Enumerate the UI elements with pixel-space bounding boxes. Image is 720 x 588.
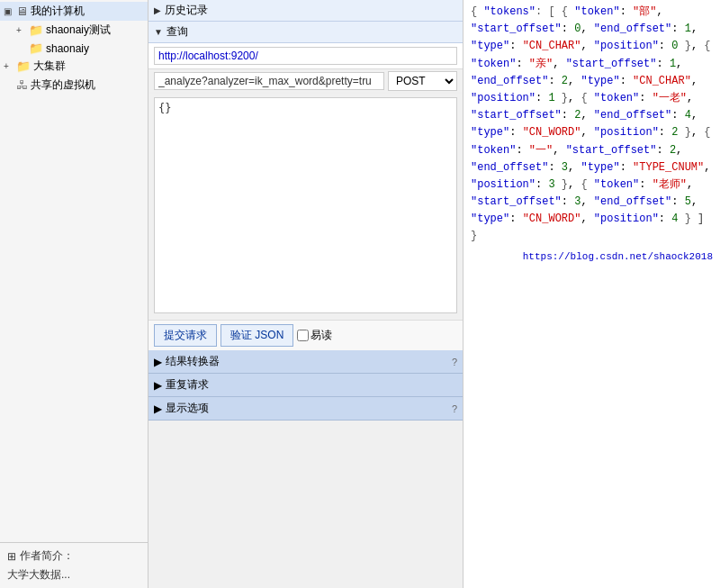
query-path-input[interactable] [154, 72, 384, 90]
url-input[interactable] [154, 47, 457, 65]
collapsible-display-options[interactable]: ▶ 显示选项 ? [148, 397, 463, 421]
sidebar-label-my-computer: 我的计算机 [31, 4, 85, 19]
expand-plus-icon: + [16, 25, 29, 35]
sidebar-bottom-label-author: 作者简介： [20, 548, 74, 564]
sidebar-bottom-item-author[interactable]: ⊞ 作者简介： [4, 547, 144, 565]
validate-button[interactable]: 验证 JSON [220, 324, 293, 347]
sidebar-item-cluster[interactable]: + 📁 大集群 [0, 57, 148, 76]
expand-plus-icon2: + [4, 61, 16, 71]
results-converter-label: 结果转换器 [166, 354, 220, 369]
easy-read-text: 易读 [310, 328, 332, 343]
display-question-icon: ? [452, 403, 457, 414]
history-section-header[interactable]: ▶ 历史记录 [148, 0, 463, 22]
query-row: POST GET PUT DELETE HEAD [148, 69, 463, 94]
easy-read-checkbox[interactable] [297, 330, 309, 341]
collapsible-results-converter[interactable]: ▶ 结果转换器 ? [148, 350, 463, 374]
sidebar-label-shaonaiy: shaonaiy [46, 42, 89, 55]
history-triangle-icon: ▶ [154, 5, 161, 15]
sidebar-item-my-computer[interactable]: ▣ 🖥 我的计算机 [0, 2, 148, 21]
expand-icon: ▣ [4, 6, 16, 16]
query-label: 查询 [166, 24, 188, 40]
folder-yellow-icon2: 📁 [29, 41, 43, 55]
results-question-icon: ? [452, 357, 457, 367]
repeat-request-label: 重复请求 [166, 377, 209, 393]
results-triangle-icon: ▶ [154, 356, 162, 368]
sidebar-item-shared-vm[interactable]: 🖧 共享的虚拟机 [0, 76, 148, 95]
left-panel: ▶ 历史记录 ▼ 查询 POST GET PUT DELETE H [148, 0, 464, 588]
action-bar: 提交请求 验证 JSON 易读 [148, 320, 463, 350]
computer-icon: 🖥 [16, 5, 28, 18]
folder-yellow-icon: 📁 [29, 23, 43, 37]
query-triangle-icon: ▼ [154, 27, 163, 37]
body-area: {} [148, 94, 463, 320]
main-content: ▶ 历史记录 ▼ 查询 POST GET PUT DELETE H [148, 0, 720, 588]
sidebar: ▣ 🖥 我的计算机 + 📁 shaonaiy测试 📁 shaonaiy + 📁 … [0, 0, 148, 588]
sidebar-label-shared-vm: 共享的虚拟机 [31, 77, 95, 93]
sidebar-bottom-item-data[interactable]: 大学大数据... [4, 565, 144, 584]
sidebar-label-shaonaiyitest: shaonaiy测试 [46, 23, 111, 38]
collapsible-repeat-request[interactable]: ▶ 重复请求 [148, 374, 463, 397]
tree-section: ▣ 🖥 我的计算机 + 📁 shaonaiy测试 📁 shaonaiy + 📁 … [0, 0, 148, 96]
display-options-label: 显示选项 [166, 401, 209, 416]
expand-bottom-icon: ⊞ [7, 550, 16, 563]
right-panel: { "tokens": [ { "token": "部", "start_off… [464, 0, 720, 588]
folder-cluster-icon: 📁 [16, 59, 31, 73]
json-result: { "tokens": [ { "token": "部", "start_off… [471, 4, 713, 246]
display-triangle-icon: ▶ [154, 403, 162, 415]
history-label: 历史记录 [165, 3, 208, 18]
easy-read-label[interactable]: 易读 [297, 328, 332, 343]
server-icon: 🖧 [16, 78, 28, 92]
submit-button[interactable]: 提交请求 [154, 324, 217, 347]
query-section-header[interactable]: ▼ 查询 [148, 22, 463, 43]
watermark: https://blog.csdn.net/shaock2018 [471, 249, 713, 266]
sidebar-label-cluster: 大集群 [33, 59, 66, 74]
split-layout: ▶ 历史记录 ▼ 查询 POST GET PUT DELETE H [148, 0, 720, 588]
url-bar [148, 43, 463, 69]
sidebar-item-shaonaiy[interactable]: 📁 shaonaiy [0, 40, 148, 57]
sidebar-item-shaonaiyitest[interactable]: + 📁 shaonaiy测试 [0, 21, 148, 40]
sidebar-bottom: ⊞ 作者简介： 大学大数据... [0, 542, 148, 588]
body-textarea[interactable]: {} [154, 97, 457, 313]
sidebar-bottom-label-data: 大学大数据... [7, 567, 70, 583]
method-select[interactable]: POST GET PUT DELETE HEAD [388, 71, 457, 91]
repeat-triangle-icon: ▶ [154, 379, 162, 392]
